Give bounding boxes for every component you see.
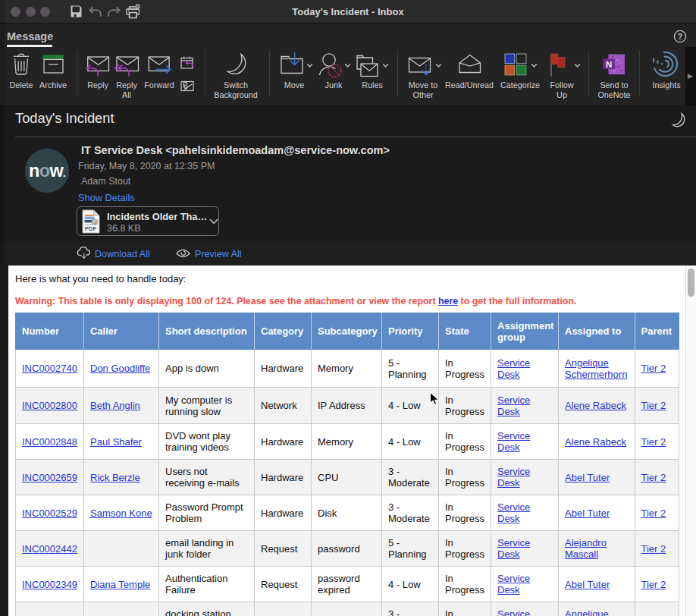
svg-text:?: ? — [678, 32, 682, 41]
svg-text:PDF: PDF — [85, 225, 96, 232]
svg-text:N: N — [606, 60, 612, 69]
